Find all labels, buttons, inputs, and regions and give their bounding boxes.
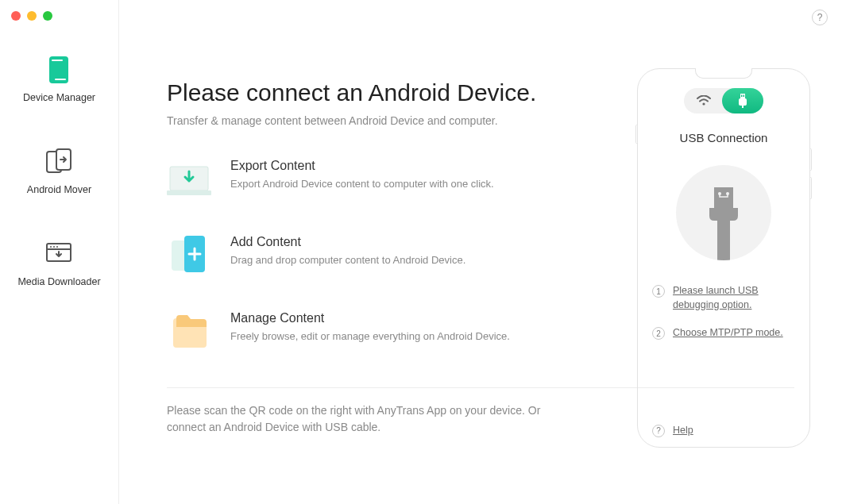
svg-rect-17 [741,95,742,98]
step-item: 2 Choose MTP/PTP mode. [652,326,795,340]
phone-side-button [635,125,638,144]
usb-graphic [676,165,771,260]
feature-desc: Export Android Device content to compute… [230,178,494,190]
feature-desc: Freely browse, edit or manage everything… [230,330,510,342]
feature-title: Add Content [230,235,465,249]
main-content: Please connect an Android Device. Transf… [119,0,842,504]
help-link[interactable]: Help [673,424,693,438]
toggle-wifi[interactable] [684,88,724,113]
export-icon [167,159,211,203]
svg-rect-19 [742,106,744,108]
android-mover-icon [44,148,73,176]
phone-side-button [809,177,812,199]
sidebar: Device Manager Android Mover [0,0,119,504]
sidebar-item-label: Device Manager [23,92,95,103]
step-item: 1 Please launch USB debugging option. [652,284,795,312]
sidebar-item-media-downloader[interactable]: Media Downloader [17,240,100,287]
svg-rect-16 [739,98,747,106]
toggle-active-pill [722,88,763,113]
device-panel: USB Connection 1 Please launch USB debug… [637,68,810,448]
connection-title: USB Connection [680,131,768,144]
device-manager-icon [44,56,73,84]
svg-point-8 [56,246,58,248]
manage-content-icon [167,311,211,356]
step-mtp-ptp-link[interactable]: Choose MTP/PTP mode. [673,326,783,340]
close-dot[interactable] [11,11,21,21]
usb-connector-icon [700,181,747,260]
svg-point-14 [702,102,705,105]
svg-rect-1 [52,60,63,61]
svg-point-6 [50,246,52,248]
step-number: 1 [652,285,665,298]
zoom-dot[interactable] [43,11,52,21]
footer-note: Please scan the QR code on the right wit… [167,402,564,436]
step-usb-debugging-link[interactable]: Please launch USB debugging option. [673,284,795,312]
help-item: ? Help [652,424,795,438]
connection-toggle[interactable] [684,88,763,113]
sidebar-item-label: Android Mover [27,184,91,195]
window-traffic-lights [11,11,52,21]
media-downloader-icon [44,240,73,268]
step-number: 2 [652,327,665,340]
phone-side-button [809,148,812,171]
add-content-icon [167,235,211,279]
instruction-steps: 1 Please launch USB debugging option. 2 … [652,284,795,340]
svg-rect-15 [740,94,745,98]
feature-title: Export Content [230,159,494,173]
minimize-dot[interactable] [27,11,37,21]
svg-rect-2 [55,79,66,80]
sidebar-item-android-mover[interactable]: Android Mover [27,148,91,195]
svg-rect-11 [167,190,211,195]
help-marker: ? [652,425,665,437]
usb-plug-icon [737,94,748,108]
feature-title: Manage Content [230,311,510,325]
sidebar-item-label: Media Downloader [17,276,100,287]
svg-rect-18 [744,95,744,98]
wifi-icon [697,95,711,106]
svg-rect-20 [714,187,733,208]
svg-point-7 [53,246,55,248]
sidebar-item-device-manager[interactable]: Device Manager [23,56,95,103]
feature-desc: Drag and drop computer content to Androi… [230,254,465,266]
